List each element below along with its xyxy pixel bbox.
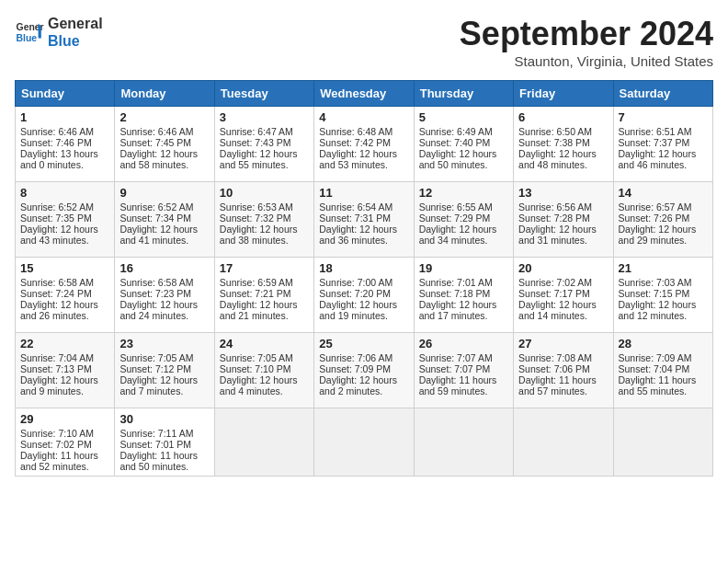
sunset: Sunset: 7:43 PM (220, 137, 291, 148)
daylight: Daylight: 12 hours and 48 minutes. (518, 148, 597, 170)
calendar-cell: 23Sunrise: 7:05 AMSunset: 7:12 PMDayligh… (115, 333, 214, 408)
sunset: Sunset: 7:18 PM (419, 288, 491, 299)
calendar-cell: 19Sunrise: 7:01 AMSunset: 7:18 PMDayligh… (414, 258, 513, 333)
sunset: Sunset: 7:21 PM (220, 288, 291, 299)
calendar-cell: 1Sunrise: 6:46 AMSunset: 7:46 PMDaylight… (16, 107, 115, 182)
day-number: 10 (220, 186, 309, 200)
day-number: 22 (20, 337, 109, 350)
day-number: 2 (119, 110, 209, 124)
calendar-cell (314, 408, 414, 477)
daylight: Daylight: 12 hours and 12 minutes. (619, 299, 697, 321)
calendar-cell: 25Sunrise: 7:06 AMSunset: 7:09 PMDayligh… (314, 333, 414, 408)
calendar-cell: 20Sunrise: 7:02 AMSunset: 7:17 PMDayligh… (514, 258, 613, 333)
calendar-cell (414, 408, 513, 477)
sunrise: Sunrise: 6:54 AM (319, 201, 392, 213)
daylight: Daylight: 12 hours and 58 minutes. (119, 148, 198, 170)
sunrise: Sunrise: 6:52 AM (20, 201, 94, 213)
day-number: 21 (619, 261, 708, 275)
calendar-cell: 14Sunrise: 6:57 AMSunset: 7:26 PMDayligh… (613, 182, 712, 258)
sunrise: Sunrise: 6:52 AM (119, 201, 193, 213)
sunrise: Sunrise: 6:50 AM (518, 126, 592, 137)
calendar-cell: 27Sunrise: 7:08 AMSunset: 7:06 PMDayligh… (514, 333, 613, 408)
daylight: Daylight: 11 hours and 52 minutes. (20, 450, 98, 472)
sunset: Sunset: 7:34 PM (119, 213, 191, 224)
sunrise: Sunrise: 6:47 AM (220, 126, 293, 137)
daylight: Daylight: 11 hours and 50 minutes. (119, 450, 198, 472)
sunset: Sunset: 7:20 PM (319, 288, 391, 299)
sunrise: Sunrise: 7:05 AM (119, 352, 193, 363)
daylight: Daylight: 12 hours and 4 minutes. (220, 374, 298, 396)
daylight: Daylight: 12 hours and 38 minutes. (220, 224, 298, 246)
sunrise: Sunrise: 6:46 AM (119, 126, 193, 137)
day-number: 9 (119, 186, 209, 200)
day-number: 11 (319, 186, 408, 200)
sunrise: Sunrise: 7:01 AM (419, 277, 493, 288)
day-number: 12 (419, 186, 508, 200)
daylight: Daylight: 12 hours and 29 minutes. (619, 224, 697, 246)
day-number: 24 (220, 337, 309, 350)
calendar-cell: 5Sunrise: 6:49 AMSunset: 7:40 PMDaylight… (414, 107, 513, 182)
daylight: Daylight: 11 hours and 55 minutes. (619, 374, 697, 396)
daylight: Daylight: 12 hours and 17 minutes. (419, 299, 497, 321)
calendar-cell (613, 408, 712, 477)
sunset: Sunset: 7:31 PM (319, 213, 391, 224)
daylight: Daylight: 11 hours and 57 minutes. (518, 374, 597, 396)
sunrise: Sunrise: 7:07 AM (419, 352, 493, 363)
sunset: Sunset: 7:09 PM (319, 363, 391, 374)
calendar-cell (214, 408, 313, 477)
daylight: Daylight: 11 hours and 59 minutes. (419, 374, 497, 396)
daylight: Daylight: 12 hours and 9 minutes. (20, 374, 98, 396)
sunrise: Sunrise: 6:58 AM (119, 277, 193, 288)
daylight: Daylight: 12 hours and 55 minutes. (220, 148, 298, 170)
daylight: Daylight: 12 hours and 19 minutes. (319, 299, 397, 321)
calendar-cell: 11Sunrise: 6:54 AMSunset: 7:31 PMDayligh… (314, 182, 414, 258)
sunrise: Sunrise: 6:58 AM (20, 277, 94, 288)
sunset: Sunset: 7:01 PM (119, 439, 191, 450)
calendar-cell: 28Sunrise: 7:09 AMSunset: 7:04 PMDayligh… (613, 333, 712, 408)
calendar-cell: 8Sunrise: 6:52 AMSunset: 7:35 PMDaylight… (16, 182, 115, 258)
day-number: 29 (20, 412, 109, 426)
svg-text:Blue: Blue (17, 33, 38, 43)
logo-blue: Blue (48, 32, 103, 50)
daylight: Daylight: 12 hours and 43 minutes. (20, 224, 98, 246)
daylight: Daylight: 12 hours and 53 minutes. (319, 148, 397, 170)
sunset: Sunset: 7:29 PM (419, 213, 491, 224)
column-header-friday: Friday (514, 81, 613, 107)
sunrise: Sunrise: 7:04 AM (20, 352, 94, 363)
sunset: Sunset: 7:10 PM (220, 363, 291, 374)
sunset: Sunset: 7:42 PM (319, 137, 391, 148)
sunrise: Sunrise: 6:51 AM (619, 126, 692, 137)
sunrise: Sunrise: 6:49 AM (419, 126, 493, 137)
daylight: Daylight: 12 hours and 21 minutes. (220, 299, 298, 321)
sunrise: Sunrise: 6:46 AM (20, 126, 94, 137)
sunset: Sunset: 7:45 PM (119, 137, 191, 148)
column-header-saturday: Saturday (613, 81, 712, 107)
calendar-cell: 26Sunrise: 7:07 AMSunset: 7:07 PMDayligh… (414, 333, 513, 408)
sunrise: Sunrise: 6:53 AM (220, 201, 293, 213)
calendar-cell: 16Sunrise: 6:58 AMSunset: 7:23 PMDayligh… (115, 258, 214, 333)
calendar-cell: 4Sunrise: 6:48 AMSunset: 7:42 PMDaylight… (314, 107, 414, 182)
calendar-cell: 22Sunrise: 7:04 AMSunset: 7:13 PMDayligh… (16, 333, 115, 408)
day-number: 25 (319, 337, 408, 350)
logo-general: General (48, 15, 103, 32)
daylight: Daylight: 12 hours and 41 minutes. (119, 224, 198, 246)
daylight: Daylight: 12 hours and 46 minutes. (619, 148, 697, 170)
day-number: 14 (619, 186, 708, 200)
sunrise: Sunrise: 6:57 AM (619, 201, 692, 213)
sunset: Sunset: 7:12 PM (119, 363, 191, 374)
day-number: 8 (20, 186, 109, 200)
sunrise: Sunrise: 7:11 AM (119, 428, 193, 439)
column-header-wednesday: Wednesday (314, 81, 414, 107)
day-number: 20 (518, 261, 608, 275)
sunset: Sunset: 7:32 PM (220, 213, 291, 224)
calendar-cell: 7Sunrise: 6:51 AMSunset: 7:37 PMDaylight… (613, 107, 712, 182)
sunset: Sunset: 7:13 PM (20, 363, 92, 374)
day-number: 18 (319, 261, 408, 275)
sunset: Sunset: 7:38 PM (518, 137, 590, 148)
daylight: Daylight: 12 hours and 36 minutes. (319, 224, 397, 246)
calendar-cell: 21Sunrise: 7:03 AMSunset: 7:15 PMDayligh… (613, 258, 712, 333)
column-header-sunday: Sunday (16, 81, 115, 107)
daylight: Daylight: 12 hours and 24 minutes. (119, 299, 198, 321)
daylight: Daylight: 12 hours and 26 minutes. (20, 299, 98, 321)
calendar-cell: 18Sunrise: 7:00 AMSunset: 7:20 PMDayligh… (314, 258, 414, 333)
